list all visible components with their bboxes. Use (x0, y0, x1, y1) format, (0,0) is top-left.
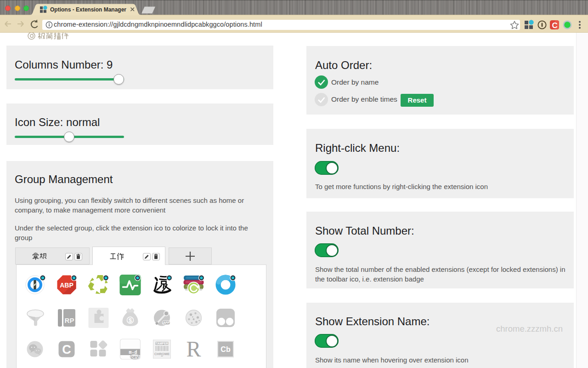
svg-text:$: $ (129, 317, 132, 324)
svg-text:RP: RP (65, 316, 74, 324)
svg-text:Cb: Cb (220, 345, 231, 353)
svg-text:TAMPER: TAMPER (156, 342, 168, 345)
svg-text:C: C (552, 21, 558, 30)
svg-text:DEV: DEV (131, 355, 139, 359)
svg-text:CHROME: CHROME (154, 352, 170, 356)
svg-text:C: C (62, 343, 71, 356)
svg-text:ABP: ABP (60, 282, 74, 289)
svg-text:Options - Extension Manager: Options - Extension Manager (50, 6, 126, 13)
svg-text:APP: APP (163, 321, 170, 324)
svg-text:R: R (186, 337, 201, 361)
